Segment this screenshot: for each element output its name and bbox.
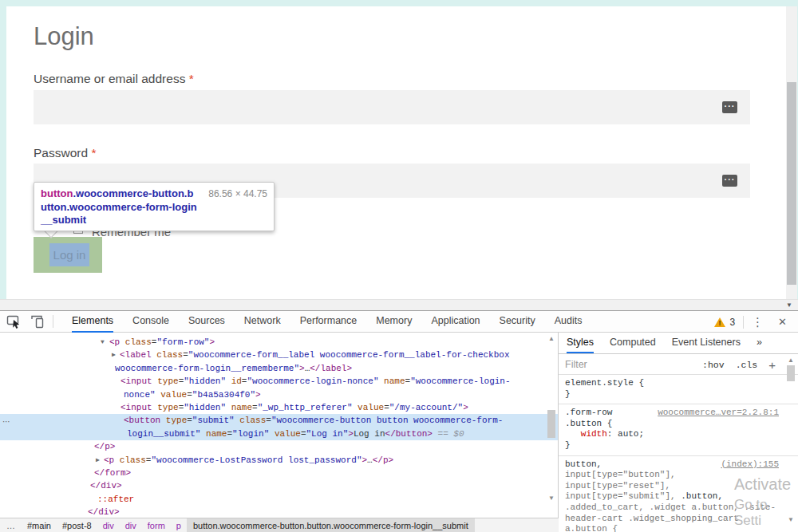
styles-rules: element.style {}woocommerce…ver=2.2.8:1.… [559, 375, 798, 532]
breadcrumb-overflow[interactable]: … [0, 518, 22, 532]
styles-tab-styles[interactable]: Styles [567, 333, 594, 353]
elements-scrollbar[interactable]: ▲ ▼ [545, 333, 558, 518]
breadcrumb-item[interactable]: form [142, 518, 171, 532]
dom-node-line[interactable]: </div> [0, 506, 558, 518]
selected-dom-node-line[interactable]: <button type="submit" class="woocommerce… [0, 414, 558, 427]
styles-toggles: :hov .cls + [691, 354, 776, 375]
inspect-tooltip-selector: button.woocommerce-button.b utton.woocom… [41, 187, 208, 226]
dom-node-line[interactable]: nonce" value="b4a5a304f0"> [0, 388, 558, 401]
tab-application[interactable]: Application [431, 311, 480, 333]
autofill-dots-icon[interactable]: ··· [722, 101, 737, 113]
devtools-panel: ElementsConsoleSourcesNetworkPerformance… [0, 310, 798, 532]
browser-viewport: Login Username or email address * ··· Pa… [0, 0, 798, 310]
scroll-up-icon[interactable]: ▲ [548, 335, 555, 342]
stylesheet-source-link[interactable]: (index):155 [721, 459, 779, 471]
tab-sources[interactable]: Sources [188, 311, 225, 333]
tab-performance[interactable]: Performance [300, 311, 358, 333]
dom-node-line[interactable]: woocommerce-form-login__rememberme">…</l… [0, 362, 558, 375]
dom-node-line[interactable]: <input type="hidden" name="_wp_http_refe… [0, 401, 558, 414]
devtools-tabs: ElementsConsoleSourcesNetworkPerformance… [62, 311, 591, 333]
breadcrumb-item[interactable]: #post-8 [57, 518, 97, 532]
password-label: Password * [34, 146, 96, 160]
inspect-element-icon[interactable] [6, 314, 22, 329]
css-rule[interactable]: woocommerce…ver=2.2.8:1.form-row.button … [559, 404, 798, 455]
scroll-down-icon[interactable]: ▼ [788, 516, 794, 523]
breadcrumb-item[interactable]: div [120, 518, 142, 532]
page-vertical-scrollbar[interactable] [786, 6, 797, 299]
login-page: Login Username or email address * ··· Pa… [6, 6, 786, 299]
inspect-tooltip-dimensions: 86.56 × 44.75 [208, 187, 267, 226]
page-title: Login [34, 22, 94, 51]
tab-console[interactable]: Console [132, 311, 169, 333]
username-label: Username or email address * [34, 72, 194, 86]
breadcrumb-item[interactable]: #main [22, 518, 57, 532]
dom-node-line[interactable]: ▶<p class="woocommerce-LostPassword lost… [0, 454, 558, 467]
selected-dom-node-line[interactable]: login__submit" name="login" value="Log i… [0, 428, 558, 440]
breadcrumb-item[interactable]: p [171, 518, 187, 532]
scroll-up-icon[interactable]: ▲ [788, 357, 794, 364]
dom-node-line[interactable]: ▶<label class="woocommerce-form__label w… [0, 349, 558, 361]
styles-filter-input[interactable] [565, 357, 685, 372]
autofill-dots-icon[interactable]: ··· [722, 175, 737, 187]
selected-node-ellipsis[interactable]: ⋯ [2, 417, 11, 426]
css-rule[interactable]: (index):155button,input[type="button"],i… [559, 456, 798, 532]
dom-node-line[interactable]: </div> [0, 479, 558, 492]
styles-filter-row: :hov .cls + [559, 354, 798, 375]
device-toolbar-icon[interactable] [30, 314, 45, 329]
login-button[interactable]: Log in [34, 237, 102, 273]
elements-scrollbar-thumb[interactable] [547, 410, 555, 438]
required-asterisk: * [189, 72, 194, 85]
page-scrollbar-thumb[interactable] [787, 82, 796, 285]
element-breadcrumb-bar: … #main#post-8divdivformpbutton.woocomme… [0, 518, 559, 532]
tab-security[interactable]: Security [500, 311, 535, 333]
stylesheet-source-link[interactable]: woocommerce…ver=2.2.8:1 [658, 408, 779, 419]
toolbar-right-cluster: ! 3 ⋮ ✕ [714, 311, 793, 333]
new-style-rule-button[interactable]: + [768, 358, 776, 372]
devtools-toolbar: ElementsConsoleSourcesNetworkPerformance… [0, 311, 798, 333]
elements-panel: ▼<p class="form-row">▶<label class="wooc… [0, 333, 559, 518]
styles-scrollbar[interactable]: ▲ ▼ [787, 357, 796, 532]
styles-tab-event-listeners[interactable]: Event Listeners [672, 333, 741, 353]
inspect-tooltip: button.woocommerce-button.b utton.woocom… [34, 182, 275, 231]
dom-node-line[interactable]: </p> [0, 440, 558, 453]
devtools-close-icon[interactable]: ✕ [772, 316, 793, 328]
scroll-down-icon[interactable]: ▼ [548, 495, 555, 502]
styles-sidebar: StylesComputedEvent Listeners» :hov .cls… [559, 333, 798, 532]
toolbar-divider [53, 315, 53, 328]
inspect-content-box: Log in [49, 243, 89, 266]
dom-node-line[interactable]: ▼<p class="form-row"> [0, 336, 558, 349]
username-input[interactable]: ··· [34, 90, 750, 124]
warning-count[interactable]: 3 [729, 317, 735, 328]
dom-node-line[interactable]: ::after [0, 493, 558, 506]
breadcrumb-selected[interactable]: button.woocommerce-button.button.woocomm… [187, 518, 475, 532]
required-asterisk: * [91, 146, 96, 160]
devtools-menu-icon[interactable]: ⋮ [744, 315, 772, 329]
disclosure-arrow-icon[interactable]: ▶ [96, 454, 100, 467]
tab-elements[interactable]: Elements [72, 311, 113, 333]
tab-memory[interactable]: Memory [376, 311, 412, 333]
more-tabs-icon[interactable]: » [757, 333, 762, 353]
warning-icon[interactable]: ! [714, 317, 725, 327]
dom-node-line[interactable]: </form> [0, 467, 558, 479]
login-button-label: Log in [53, 248, 86, 262]
styles-scrollbar-thumb[interactable] [787, 365, 795, 381]
breadcrumb-item[interactable]: div [97, 518, 120, 532]
tab-audits[interactable]: Audits [555, 311, 583, 333]
element-classes-toggle[interactable]: .cls [736, 360, 758, 370]
pseudo-state-toggle[interactable]: :hov [702, 360, 725, 370]
css-rule[interactable]: element.style {} [559, 375, 798, 404]
styles-tabs: StylesComputedEvent Listeners» [559, 333, 798, 354]
disclosure-arrow-icon[interactable]: ▼ [101, 336, 105, 349]
styles-tab-computed[interactable]: Computed [610, 333, 656, 353]
scroll-down-icon[interactable]: ▼ [786, 301, 792, 309]
dom-node-line[interactable]: <input type="hidden" id="woocommerce-log… [0, 375, 558, 388]
disclosure-arrow-icon[interactable]: ▶ [112, 349, 116, 361]
elements-tree: ▼<p class="form-row">▶<label class="wooc… [0, 336, 558, 518]
tab-network[interactable]: Network [244, 311, 281, 333]
page-scrollbar-bottom: ▼ [0, 299, 798, 310]
